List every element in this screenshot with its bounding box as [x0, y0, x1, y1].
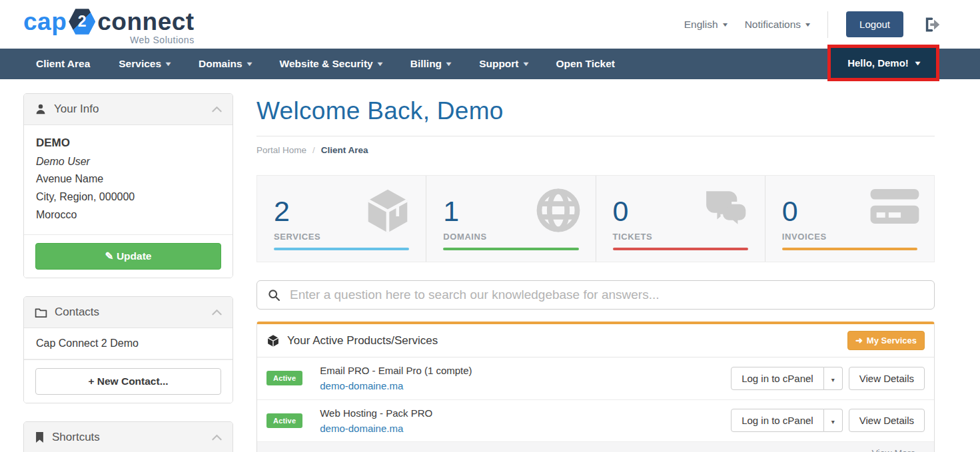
- header-divider: [827, 11, 828, 38]
- caret-down-icon: ▾: [524, 61, 528, 67]
- nav-support[interactable]: Support ▾: [479, 58, 527, 70]
- stat-services[interactable]: 2 SERVICES: [257, 176, 426, 262]
- client-area-page: cap 2 connect Web Solutions English ▾ No…: [0, 0, 980, 452]
- cpanel-button-group: Log in to cPanel ▾: [731, 409, 843, 432]
- contact-name: Cap Connect 2 Demo: [24, 328, 233, 359]
- view-details-button[interactable]: View Details: [849, 409, 925, 432]
- notifications-dropdown[interactable]: Notifications ▾: [745, 19, 809, 31]
- cpanel-dropdown-toggle[interactable]: ▾: [824, 367, 843, 390]
- nav-label: Website & Security: [280, 58, 373, 70]
- breadcrumb-portal-home[interactable]: Portal Home: [256, 145, 306, 155]
- product-domain-link[interactable]: demo-domaine.ma: [320, 378, 472, 393]
- nav-open-ticket[interactable]: Open Ticket: [556, 58, 615, 70]
- product-info: Email PRO - Email Pro (1 compte) demo-do…: [320, 363, 472, 394]
- update-label: Update: [117, 250, 152, 262]
- breadcrumb-separator: /: [312, 145, 315, 155]
- caret-down-icon: ▾: [831, 376, 835, 383]
- nav-label: Services: [119, 58, 161, 70]
- top-header: cap 2 connect Web Solutions English ▾ No…: [0, 0, 980, 49]
- shortcuts-title: Shortcuts: [52, 431, 100, 444]
- nav-client-area[interactable]: Client Area: [36, 58, 90, 70]
- caret-down-icon: ▾: [446, 61, 451, 67]
- caret-down-icon: ▾: [378, 61, 382, 67]
- nav-billing[interactable]: Billing ▾: [410, 58, 450, 70]
- product-name: Email PRO - Email Pro (1 compte): [320, 363, 472, 378]
- nav-domains[interactable]: Domains ▾: [199, 58, 251, 70]
- breadcrumb: Portal Home / Client Area: [256, 145, 935, 155]
- nav-services[interactable]: Services ▾: [119, 58, 170, 70]
- products-header: Your Active Products/Services ➜ My Servi…: [257, 324, 934, 357]
- stat-invoices[interactable]: 0 INVOICES: [765, 176, 934, 262]
- product-name: Web Hosting - Pack PRO: [320, 405, 432, 421]
- red-annotation-box: Hello, Demo! ▾: [827, 45, 939, 81]
- product-row: Active Web Hosting - Pack PRO demo-domai…: [257, 400, 934, 443]
- my-services-label: My Services: [867, 336, 917, 345]
- bookmark-icon: [35, 431, 45, 443]
- client-name: DEMO: [36, 134, 221, 153]
- caret-down-icon: ▾: [805, 21, 810, 28]
- cube-icon: [363, 186, 412, 238]
- stats-strip: 2 SERVICES 1 DOMAINS 0 TICKETS: [256, 175, 935, 262]
- logo-2-hexagon-icon: 2: [69, 9, 95, 35]
- logout-exit-icon[interactable]: [921, 15, 941, 34]
- new-contact-button[interactable]: + New Contact...: [35, 368, 221, 395]
- contacts-title: Contacts: [55, 306, 99, 319]
- cpanel-dropdown-toggle[interactable]: ▾: [824, 409, 843, 432]
- stat-domains[interactable]: 1 DOMAINS: [426, 176, 596, 262]
- shortcuts-header[interactable]: Shortcuts: [24, 422, 233, 452]
- contacts-footer: + New Contact...: [24, 359, 233, 403]
- product-actions: Log in to cPanel ▾ View Details: [731, 409, 925, 432]
- chevron-up-icon[interactable]: [212, 106, 222, 113]
- login-cpanel-button[interactable]: Log in to cPanel: [731, 409, 824, 432]
- stat-tickets[interactable]: 0 TICKETS: [596, 176, 765, 262]
- product-info: Web Hosting - Pack PRO demo-domaine.ma: [320, 405, 432, 437]
- update-button[interactable]: ✎ Update: [35, 243, 221, 270]
- address-line: City, Region, 000000: [36, 188, 221, 206]
- login-cpanel-button[interactable]: Log in to cPanel: [731, 367, 824, 390]
- caret-down-icon: ▾: [166, 61, 171, 67]
- stat-accent-bar: [443, 248, 578, 250]
- chevron-up-icon[interactable]: [212, 309, 222, 316]
- nav-label: Open Ticket: [556, 58, 615, 70]
- your-info-header[interactable]: Your Info: [24, 94, 233, 125]
- shortcuts-panel: Shortcuts: [23, 421, 233, 452]
- nav-label: Support: [479, 58, 518, 70]
- user-menu-button[interactable]: Hello, Demo! ▾: [831, 48, 936, 78]
- chevron-up-icon[interactable]: [212, 434, 222, 441]
- logout-button[interactable]: Logout: [846, 11, 903, 37]
- your-info-body: DEMO Demo User Avenue Name City, Region,…: [24, 125, 233, 234]
- arrow-right-icon: ➜: [855, 336, 863, 345]
- stat-accent-bar: [782, 248, 917, 250]
- sidebar: Your Info DEMO Demo User Avenue Name Cit…: [23, 93, 233, 452]
- product-domain-link[interactable]: demo-domaine.ma: [320, 421, 432, 436]
- nav-website-security[interactable]: Website & Security ▾: [280, 58, 382, 70]
- stat-accent-bar: [274, 248, 409, 250]
- folder-icon: [35, 307, 47, 318]
- company-logo[interactable]: cap 2 connect Web Solutions: [23, 9, 195, 35]
- title-divider: [256, 136, 935, 136]
- contacts-header[interactable]: Contacts: [24, 297, 233, 328]
- your-info-title: Your Info: [54, 103, 99, 116]
- product-actions: Log in to cPanel ▾ View Details: [731, 367, 925, 390]
- cube-icon: [266, 334, 280, 347]
- view-more-link[interactable]: View More...: [257, 442, 934, 452]
- address-line: Avenue Name: [36, 170, 221, 188]
- your-info-panel: Your Info DEMO Demo User Avenue Name Cit…: [23, 93, 233, 278]
- caret-down-icon: ▾: [723, 21, 728, 28]
- language-label: English: [684, 19, 718, 31]
- user-menu-label: Hello, Demo!: [847, 57, 909, 69]
- main-content: Welcome Back, Demo Portal Home / Client …: [256, 93, 935, 452]
- view-details-button[interactable]: View Details: [849, 367, 925, 390]
- search-input[interactable]: [290, 288, 924, 302]
- new-contact-label: New Contact...: [97, 375, 169, 387]
- my-services-button[interactable]: ➜ My Services: [847, 331, 925, 350]
- language-dropdown[interactable]: English ▾: [684, 19, 727, 31]
- logo-tagline: Web Solutions: [130, 35, 195, 45]
- breadcrumb-client-area[interactable]: Client Area: [321, 145, 368, 155]
- active-products-panel: Your Active Products/Services ➜ My Servi…: [256, 322, 935, 452]
- your-info-footer: ✎ Update: [24, 234, 233, 278]
- status-badge: Active: [266, 371, 302, 385]
- page-title: Welcome Back, Demo: [256, 97, 935, 125]
- header-controls: English ▾ Notifications ▾ Logout: [684, 11, 941, 38]
- caret-down-icon: ▾: [831, 418, 835, 425]
